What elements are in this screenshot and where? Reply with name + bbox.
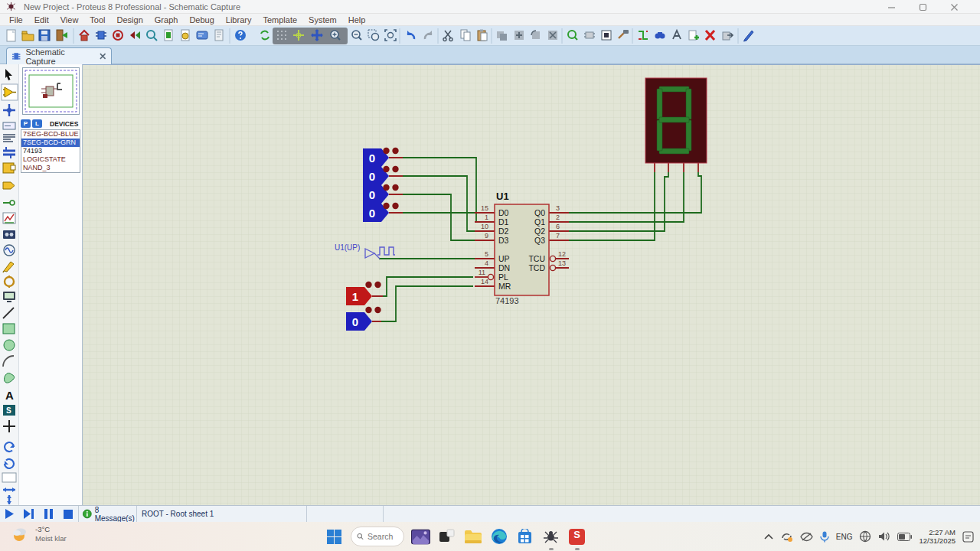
text-script-mode-icon[interactable]: [3, 135, 15, 142]
marker-mode-icon[interactable]: [3, 420, 15, 432]
logic-state-value[interactable]: 0: [352, 315, 358, 328]
edge-browser-icon[interactable]: [489, 527, 508, 546]
device-item-7seg-bcd-blue[interactable]: 7SEG-BCD-BLUE: [21, 130, 80, 139]
microsoft-store-icon[interactable]: [515, 527, 534, 546]
logic-state-value[interactable]: 0: [369, 207, 375, 220]
terminals-mode-icon[interactable]: [3, 182, 15, 189]
block-copy-icon[interactable]: [497, 31, 507, 41]
maximize-button[interactable]: [919, 3, 927, 11]
2d-text-icon[interactable]: A: [5, 389, 14, 402]
device-item-nand3[interactable]: NAND_3: [21, 164, 80, 172]
stop-button[interactable]: [60, 507, 77, 521]
schematic-editor[interactable]: U1 74193 15 1 10 9 5 4 11 14 D0 D1 D2 D3: [83, 64, 980, 505]
messages-status[interactable]: 8 Message(s): [95, 506, 136, 523]
flip-horizontal-icon[interactable]: [3, 487, 15, 492]
search-tag-icon[interactable]: [655, 33, 665, 38]
wire-autorouter-icon[interactable]: [639, 31, 648, 39]
step-button[interactable]: [21, 507, 38, 521]
seven-segment-display[interactable]: [645, 78, 707, 163]
new-sheet-icon[interactable]: [689, 31, 699, 40]
redo-icon[interactable]: [425, 31, 432, 39]
menu-tool[interactable]: Tool: [90, 15, 105, 24]
play-button[interactable]: [2, 507, 18, 521]
taskbar-search[interactable]: [351, 527, 404, 546]
library-manager-button[interactable]: L: [32, 119, 42, 128]
task-view-button[interactable]: [411, 527, 430, 546]
volume-tray-icon[interactable]: [878, 531, 890, 542]
s-app-taskbar-icon[interactable]: S: [567, 527, 586, 546]
minimize-button[interactable]: [887, 3, 896, 11]
new-file-icon[interactable]: [7, 30, 15, 41]
sync-tray-icon[interactable]: [780, 531, 793, 543]
zoom-out-icon[interactable]: [352, 31, 361, 40]
menu-file[interactable]: File: [9, 15, 23, 24]
graph-mode-icon[interactable]: [3, 213, 15, 223]
2d-line-icon[interactable]: [3, 308, 14, 318]
schematic-preview[interactable]: [22, 67, 80, 115]
cut-icon[interactable]: [443, 31, 452, 41]
undo-icon[interactable]: [407, 31, 414, 39]
language-indicator[interactable]: ENG: [836, 533, 853, 541]
2d-arc-icon[interactable]: [3, 356, 14, 367]
proteus-app-taskbar-icon[interactable]: [541, 527, 560, 546]
decompose-icon[interactable]: [619, 30, 629, 38]
logic-state-value[interactable]: 0: [369, 188, 375, 201]
rotate-ccw-icon[interactable]: [5, 459, 14, 468]
desktops-button[interactable]: [437, 527, 456, 546]
bom-icon[interactable]: [181, 30, 189, 41]
design-explorer-icon[interactable]: [197, 31, 207, 39]
logic-state-value[interactable]: 0: [369, 170, 375, 183]
close-button[interactable]: [950, 3, 959, 11]
junction-dot-mode-icon[interactable]: [3, 104, 15, 116]
device-item-74193[interactable]: 74193: [21, 147, 80, 155]
privacy-eye-tray-icon[interactable]: [800, 532, 813, 542]
search-input[interactable]: [368, 532, 398, 541]
menu-edit[interactable]: Edit: [34, 15, 49, 24]
help-icon[interactable]: [235, 30, 246, 41]
buses-mode-icon[interactable]: [3, 147, 15, 158]
menu-view[interactable]: View: [60, 15, 79, 24]
battery-tray-icon[interactable]: [897, 533, 912, 541]
logic-state-value[interactable]: 1: [352, 290, 358, 303]
microphone-tray-icon[interactable]: [820, 531, 829, 543]
taskbar-clock[interactable]: 2:27 AM 12/31/2025: [919, 528, 956, 546]
device-pins-mode-icon[interactable]: [3, 201, 15, 205]
tab-schematic-capture[interactable]: Schematic Capture: [6, 47, 112, 64]
make-device-icon[interactable]: [584, 32, 595, 38]
menu-template[interactable]: Template: [263, 15, 297, 24]
pcb-layout-icon[interactable]: [113, 31, 122, 40]
notification-center-icon[interactable]: [962, 531, 974, 543]
selection-mode-icon[interactable]: [5, 69, 12, 80]
menu-design[interactable]: Design: [117, 15, 143, 24]
tape-recorder-mode-icon[interactable]: [3, 230, 15, 239]
block-delete-icon[interactable]: [548, 31, 557, 40]
current-probe-mode-icon[interactable]: [5, 276, 14, 288]
edit-text-icon[interactable]: [744, 31, 754, 41]
copy-icon[interactable]: [461, 30, 470, 41]
open-folder-icon[interactable]: [22, 31, 34, 41]
schematic-capture-icon[interactable]: [96, 31, 106, 39]
gerber-view-icon[interactable]: [130, 31, 140, 39]
remove-sheet-icon[interactable]: [706, 31, 714, 40]
rotation-angle-input[interactable]: [2, 473, 16, 482]
logic-state-value[interactable]: 0: [369, 152, 375, 165]
2d-symbol-icon[interactable]: S: [6, 406, 11, 415]
generator-mode-icon[interactable]: [4, 245, 15, 256]
exit-to-parent-icon[interactable]: [723, 32, 733, 40]
weather-widget[interactable]: -3°C Meist klar: [11, 525, 67, 543]
device-item-logicstate[interactable]: LOGICSTATE: [21, 155, 80, 164]
start-button[interactable]: [325, 527, 344, 546]
2d-box-icon[interactable]: [3, 324, 15, 334]
notes-icon[interactable]: [215, 30, 223, 41]
virtual-instruments-mode-icon[interactable]: [3, 292, 15, 302]
pause-button[interactable]: [41, 507, 57, 521]
block-move-icon[interactable]: [514, 31, 524, 40]
pick-parts-icon[interactable]: [568, 31, 577, 40]
pick-devices-button[interactable]: P: [21, 119, 31, 128]
menu-system[interactable]: System: [309, 15, 337, 24]
2d-path-icon[interactable]: [5, 373, 15, 383]
home-icon[interactable]: [80, 31, 89, 41]
tab-close-icon[interactable]: [99, 52, 106, 60]
packaging-icon[interactable]: [602, 31, 611, 40]
3d-viewer-icon[interactable]: [147, 31, 157, 41]
